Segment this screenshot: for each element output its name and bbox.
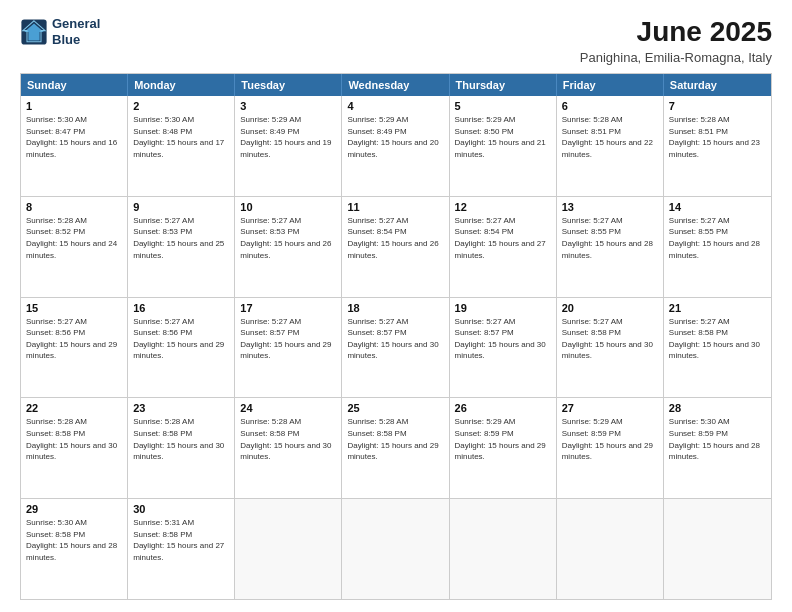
header-sunday: Sunday (21, 74, 128, 96)
cal-cell-4-7: 28 Sunrise: 5:30 AM Sunset: 8:59 PM Dayl… (664, 398, 771, 498)
day-info: Sunrise: 5:29 AM Sunset: 8:59 PM Dayligh… (455, 416, 551, 462)
day-number: 29 (26, 503, 122, 515)
day-number: 15 (26, 302, 122, 314)
day-info: Sunrise: 5:27 AM Sunset: 8:57 PM Dayligh… (347, 316, 443, 362)
day-number: 3 (240, 100, 336, 112)
day-number: 19 (455, 302, 551, 314)
day-number: 9 (133, 201, 229, 213)
cal-cell-1-4: 4 Sunrise: 5:29 AM Sunset: 8:49 PM Dayli… (342, 96, 449, 196)
cal-cell-3-4: 18 Sunrise: 5:27 AM Sunset: 8:57 PM Dayl… (342, 298, 449, 398)
day-info: Sunrise: 5:30 AM Sunset: 8:59 PM Dayligh… (669, 416, 766, 462)
day-number: 24 (240, 402, 336, 414)
cal-cell-1-3: 3 Sunrise: 5:29 AM Sunset: 8:49 PM Dayli… (235, 96, 342, 196)
day-info: Sunrise: 5:30 AM Sunset: 8:58 PM Dayligh… (26, 517, 122, 563)
cal-cell-2-5: 12 Sunrise: 5:27 AM Sunset: 8:54 PM Dayl… (450, 197, 557, 297)
cal-cell-2-7: 14 Sunrise: 5:27 AM Sunset: 8:55 PM Dayl… (664, 197, 771, 297)
day-info: Sunrise: 5:28 AM Sunset: 8:58 PM Dayligh… (347, 416, 443, 462)
cal-cell-5-7 (664, 499, 771, 599)
day-info: Sunrise: 5:28 AM Sunset: 8:52 PM Dayligh… (26, 215, 122, 261)
logo-icon (20, 18, 48, 46)
day-number: 22 (26, 402, 122, 414)
cal-cell-4-3: 24 Sunrise: 5:28 AM Sunset: 8:58 PM Dayl… (235, 398, 342, 498)
calendar-row-4: 22 Sunrise: 5:28 AM Sunset: 8:58 PM Dayl… (21, 397, 771, 498)
calendar-row-5: 29 Sunrise: 5:30 AM Sunset: 8:58 PM Dayl… (21, 498, 771, 599)
cal-cell-4-5: 26 Sunrise: 5:29 AM Sunset: 8:59 PM Dayl… (450, 398, 557, 498)
calendar-subtitle: Panighina, Emilia-Romagna, Italy (580, 50, 772, 65)
day-number: 16 (133, 302, 229, 314)
day-number: 30 (133, 503, 229, 515)
calendar-row-2: 8 Sunrise: 5:28 AM Sunset: 8:52 PM Dayli… (21, 196, 771, 297)
cal-cell-4-2: 23 Sunrise: 5:28 AM Sunset: 8:58 PM Dayl… (128, 398, 235, 498)
calendar-page: General Blue June 2025 Panighina, Emilia… (0, 0, 792, 612)
day-number: 23 (133, 402, 229, 414)
cal-cell-3-3: 17 Sunrise: 5:27 AM Sunset: 8:57 PM Dayl… (235, 298, 342, 398)
day-info: Sunrise: 5:28 AM Sunset: 8:51 PM Dayligh… (669, 114, 766, 160)
day-number: 27 (562, 402, 658, 414)
day-info: Sunrise: 5:27 AM Sunset: 8:58 PM Dayligh… (562, 316, 658, 362)
day-number: 1 (26, 100, 122, 112)
day-info: Sunrise: 5:29 AM Sunset: 8:50 PM Dayligh… (455, 114, 551, 160)
day-info: Sunrise: 5:27 AM Sunset: 8:53 PM Dayligh… (133, 215, 229, 261)
cal-cell-3-6: 20 Sunrise: 5:27 AM Sunset: 8:58 PM Dayl… (557, 298, 664, 398)
day-number: 10 (240, 201, 336, 213)
cal-cell-4-6: 27 Sunrise: 5:29 AM Sunset: 8:59 PM Dayl… (557, 398, 664, 498)
day-number: 8 (26, 201, 122, 213)
cal-cell-4-4: 25 Sunrise: 5:28 AM Sunset: 8:58 PM Dayl… (342, 398, 449, 498)
day-info: Sunrise: 5:29 AM Sunset: 8:49 PM Dayligh… (240, 114, 336, 160)
cal-cell-5-3 (235, 499, 342, 599)
day-number: 21 (669, 302, 766, 314)
page-header: General Blue June 2025 Panighina, Emilia… (20, 16, 772, 65)
cal-cell-5-6 (557, 499, 664, 599)
calendar-title: June 2025 (580, 16, 772, 48)
day-info: Sunrise: 5:29 AM Sunset: 8:49 PM Dayligh… (347, 114, 443, 160)
cal-cell-2-1: 8 Sunrise: 5:28 AM Sunset: 8:52 PM Dayli… (21, 197, 128, 297)
day-info: Sunrise: 5:27 AM Sunset: 8:55 PM Dayligh… (562, 215, 658, 261)
day-info: Sunrise: 5:27 AM Sunset: 8:58 PM Dayligh… (669, 316, 766, 362)
logo: General Blue (20, 16, 100, 47)
day-info: Sunrise: 5:31 AM Sunset: 8:58 PM Dayligh… (133, 517, 229, 563)
calendar-row-3: 15 Sunrise: 5:27 AM Sunset: 8:56 PM Dayl… (21, 297, 771, 398)
day-info: Sunrise: 5:29 AM Sunset: 8:59 PM Dayligh… (562, 416, 658, 462)
header-saturday: Saturday (664, 74, 771, 96)
day-info: Sunrise: 5:30 AM Sunset: 8:48 PM Dayligh… (133, 114, 229, 160)
calendar: Sunday Monday Tuesday Wednesday Thursday… (20, 73, 772, 600)
day-number: 18 (347, 302, 443, 314)
header-thursday: Thursday (450, 74, 557, 96)
day-info: Sunrise: 5:27 AM Sunset: 8:56 PM Dayligh… (133, 316, 229, 362)
day-info: Sunrise: 5:27 AM Sunset: 8:57 PM Dayligh… (240, 316, 336, 362)
day-number: 26 (455, 402, 551, 414)
day-info: Sunrise: 5:30 AM Sunset: 8:47 PM Dayligh… (26, 114, 122, 160)
header-monday: Monday (128, 74, 235, 96)
day-number: 7 (669, 100, 766, 112)
cal-cell-5-1: 29 Sunrise: 5:30 AM Sunset: 8:58 PM Dayl… (21, 499, 128, 599)
day-number: 13 (562, 201, 658, 213)
calendar-header: Sunday Monday Tuesday Wednesday Thursday… (21, 74, 771, 96)
header-wednesday: Wednesday (342, 74, 449, 96)
cal-cell-3-7: 21 Sunrise: 5:27 AM Sunset: 8:58 PM Dayl… (664, 298, 771, 398)
day-number: 5 (455, 100, 551, 112)
day-info: Sunrise: 5:27 AM Sunset: 8:53 PM Dayligh… (240, 215, 336, 261)
day-info: Sunrise: 5:27 AM Sunset: 8:54 PM Dayligh… (347, 215, 443, 261)
cal-cell-3-2: 16 Sunrise: 5:27 AM Sunset: 8:56 PM Dayl… (128, 298, 235, 398)
header-friday: Friday (557, 74, 664, 96)
cal-cell-4-1: 22 Sunrise: 5:28 AM Sunset: 8:58 PM Dayl… (21, 398, 128, 498)
day-number: 2 (133, 100, 229, 112)
day-number: 6 (562, 100, 658, 112)
cal-cell-1-7: 7 Sunrise: 5:28 AM Sunset: 8:51 PM Dayli… (664, 96, 771, 196)
logo-text: General Blue (52, 16, 100, 47)
day-info: Sunrise: 5:28 AM Sunset: 8:58 PM Dayligh… (240, 416, 336, 462)
day-number: 17 (240, 302, 336, 314)
day-info: Sunrise: 5:27 AM Sunset: 8:56 PM Dayligh… (26, 316, 122, 362)
day-number: 12 (455, 201, 551, 213)
cal-cell-2-2: 9 Sunrise: 5:27 AM Sunset: 8:53 PM Dayli… (128, 197, 235, 297)
cal-cell-1-1: 1 Sunrise: 5:30 AM Sunset: 8:47 PM Dayli… (21, 96, 128, 196)
cal-cell-1-6: 6 Sunrise: 5:28 AM Sunset: 8:51 PM Dayli… (557, 96, 664, 196)
cal-cell-5-5 (450, 499, 557, 599)
day-number: 4 (347, 100, 443, 112)
day-info: Sunrise: 5:28 AM Sunset: 8:58 PM Dayligh… (26, 416, 122, 462)
header-tuesday: Tuesday (235, 74, 342, 96)
cal-cell-3-1: 15 Sunrise: 5:27 AM Sunset: 8:56 PM Dayl… (21, 298, 128, 398)
day-number: 25 (347, 402, 443, 414)
day-info: Sunrise: 5:27 AM Sunset: 8:55 PM Dayligh… (669, 215, 766, 261)
calendar-row-1: 1 Sunrise: 5:30 AM Sunset: 8:47 PM Dayli… (21, 96, 771, 196)
